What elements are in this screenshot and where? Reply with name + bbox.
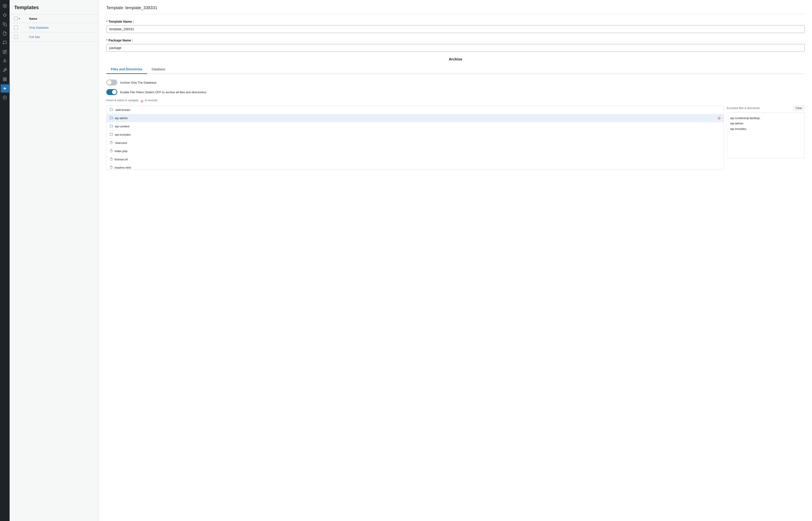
enable-file-filters-toggle[interactable] — [106, 89, 117, 95]
file-item-index-php[interactable]: index.php — [107, 147, 724, 155]
file-icon-license-txt — [110, 157, 113, 161]
row-checkbox-2[interactable] — [14, 35, 18, 39]
wrench-icon[interactable] — [1, 66, 9, 74]
file-name-readme-html: readme.html — [115, 166, 131, 169]
file-icon-index-php — [110, 149, 113, 153]
archive-only-db-label: Archive Only The Database — [120, 81, 157, 84]
row-checkbox-1[interactable] — [14, 26, 18, 29]
file-icon-htaccess — [110, 141, 113, 145]
tab-files-and-directories[interactable]: Files and Directories — [106, 65, 147, 74]
enable-file-filters-label: Enable File Filters (Switch OFF to archi… — [120, 91, 206, 94]
package-name-section: * Package Name : — [106, 39, 805, 52]
palette-icon[interactable] — [1, 2, 9, 10]
enable-file-filters-toggle-row: Enable File Filters (Switch OFF to archi… — [106, 89, 805, 95]
detail-panel: Template: template_338331 * Template Nam… — [99, 0, 812, 521]
file-name-license-txt: license.txt — [115, 158, 128, 161]
folder-icon-wp-admin — [110, 116, 113, 120]
tab-database[interactable]: Database — [147, 65, 170, 74]
required-star-package: * — [106, 39, 108, 42]
play-icon[interactable] — [1, 93, 9, 102]
package-name-label: * Package Name : — [106, 39, 805, 42]
svg-marker-10 — [5, 97, 6, 98]
excluded-line-2: wp-admin; — [730, 121, 801, 126]
name-column-header: Name — [24, 15, 99, 23]
excluded-panel: Excluded files & directories Clear wp-co… — [727, 106, 805, 170]
package-name-input[interactable] — [106, 44, 805, 52]
excluded-header: Excluded files & directories Clear — [727, 106, 805, 111]
file-name-wp-includes: wp-includes — [115, 133, 131, 136]
clear-button[interactable]: Clear — [793, 106, 805, 111]
comment-icon[interactable] — [1, 39, 9, 47]
duplicate-icon[interactable] — [1, 20, 9, 28]
template-name-full-site[interactable]: Full Site — [24, 32, 99, 42]
excluded-line-1: wp-content/njt-fastdup; — [730, 115, 801, 121]
exclude-icon-wp-admin[interactable]: ⊖ — [718, 116, 721, 120]
file-name-htaccess: .htaccess — [115, 141, 127, 144]
excluded-line-3: wp-includes; — [730, 126, 801, 132]
templates-heading: Templates — [9, 5, 99, 14]
pin-icon[interactable] — [1, 11, 9, 19]
detail-title: Template: template_338331 — [106, 5, 805, 14]
required-star-name: * — [106, 20, 108, 23]
file-name-index-php: index.php — [115, 150, 128, 153]
svg-rect-7 — [3, 80, 4, 81]
file-list-container: .well-known wp-admin ⊖ — [106, 106, 724, 170]
folder-icon-wp-content — [110, 124, 113, 128]
file-name-wp-content: wp-content — [115, 124, 130, 128]
excluded-content: wp-content/njt-fastdup; wp-admin; wp-inc… — [727, 113, 805, 158]
file-browser-area: .well-known wp-admin ⊖ — [106, 106, 805, 170]
grid-icon[interactable] — [1, 75, 9, 84]
file-item-well-known[interactable]: .well-known — [107, 106, 724, 114]
file-item-wp-includes[interactable]: wp-includes — [107, 131, 724, 139]
svg-point-0 — [3, 4, 7, 8]
file-name-well-known: .well-known — [115, 108, 130, 112]
sidebar — [0, 0, 9, 521]
archive-only-db-toggle-row: Archive Only The Database — [106, 80, 805, 86]
svg-point-3 — [4, 59, 5, 61]
exclude-hint: to exclude — [145, 99, 157, 102]
file-item-wp-content[interactable]: wp-content — [107, 122, 724, 131]
hover-hint: Hover & select to navigate, — [106, 99, 139, 102]
svg-rect-5 — [5, 78, 6, 79]
main-content: Templates ▾ Name Only Database — [9, 0, 812, 521]
archive-heading: Archive — [106, 57, 805, 61]
file-name-wp-admin: wp-admin — [115, 116, 128, 120]
table-row: Full Site — [9, 32, 99, 42]
select-all-checkbox[interactable] — [14, 17, 18, 20]
file-list: .well-known wp-admin ⊖ — [106, 106, 724, 170]
user-icon[interactable] — [1, 57, 9, 65]
file-item-wp-admin[interactable]: wp-admin ⊖ — [107, 114, 724, 122]
archive-only-db-toggle[interactable] — [106, 80, 117, 86]
file-item-htaccess[interactable]: .htaccess — [107, 139, 724, 147]
template-name-label: * Template Name : — [106, 20, 805, 23]
template-name-only-database[interactable]: Only Database — [24, 23, 99, 32]
folder-icon-well-known — [110, 108, 113, 112]
file-item-readme-html[interactable]: readme.html — [107, 164, 724, 170]
folder-icon-wp-includes — [110, 133, 113, 137]
svg-marker-8 — [3, 87, 6, 90]
file-icon-readme-html — [110, 166, 113, 169]
svg-point-1 — [4, 5, 5, 7]
svg-rect-4 — [3, 78, 4, 79]
file-item-license-txt[interactable]: license.txt — [107, 155, 724, 164]
edit-icon[interactable] — [1, 48, 9, 56]
templates-table: ▾ Name Only Database Full Site — [9, 14, 99, 42]
exclude-circle-icon: ⊖ — [140, 99, 143, 103]
archive-tabs: Files and Directories Database — [106, 65, 805, 74]
template-name-input[interactable] — [106, 25, 805, 33]
archive-section: Archive Files and Directories Database A… — [106, 57, 805, 170]
bolt-icon[interactable] — [1, 84, 9, 93]
page-icon[interactable] — [1, 29, 9, 38]
svg-rect-2 — [4, 24, 7, 26]
svg-rect-6 — [5, 80, 6, 81]
checkbox-chevron[interactable]: ▾ — [19, 17, 20, 20]
template-name-section: * Template Name : — [106, 20, 805, 33]
templates-panel: Templates ▾ Name Only Database — [9, 0, 99, 521]
excluded-label: Excluded files & directories — [727, 107, 760, 110]
table-row: Only Database — [9, 23, 99, 32]
